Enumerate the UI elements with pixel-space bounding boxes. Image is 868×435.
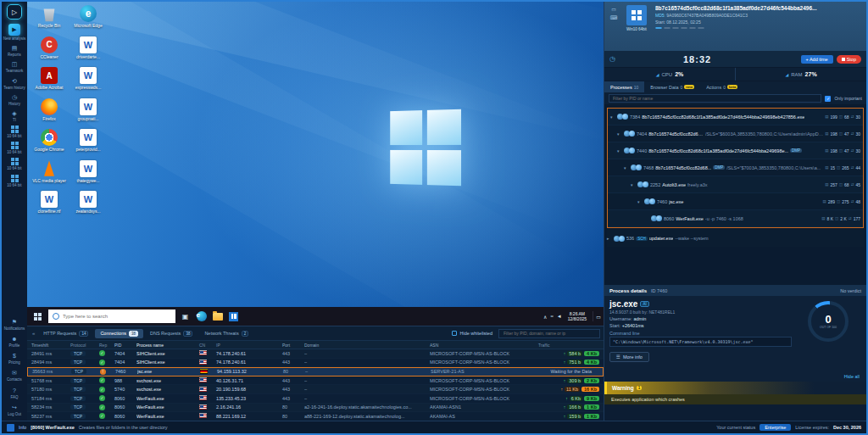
desktop-icon-zealandsys[interactable]: W zealandsys...	[71, 191, 105, 215]
expand-caret-icon[interactable]: ▾	[617, 131, 622, 137]
col-cn[interactable]: CN	[199, 343, 216, 348]
sidebar-item-new-analysis[interactable]: ▶ New analysis	[2, 22, 27, 42]
col-ip[interactable]: IP	[216, 343, 282, 348]
taskbar-search[interactable]	[48, 310, 175, 323]
process-row[interactable]: ▾ 8060 WerFault.exe -u -p 7460 -s 1068 ▤…	[608, 210, 863, 227]
tab-browser-data[interactable]: Browser Data 0 new	[644, 81, 700, 92]
sidebar-item-notifications[interactable]: ⚑ Notifications	[2, 316, 27, 332]
sidebar-item-10-64-bit[interactable]: 10 64 bit	[2, 173, 27, 189]
plan-badge[interactable]: Enterprise	[760, 424, 791, 431]
screen-icon[interactable]: ▭	[611, 6, 616, 12]
sidebar-item-history[interactable]: ◷ History	[2, 92, 27, 108]
system-tray[interactable]: ∧ ≈ ◄	[543, 314, 562, 320]
tag-delphi[interactable]	[689, 27, 696, 29]
col-asn[interactable]: ASN	[430, 343, 538, 348]
hide-whitelisted-toggle[interactable]: Hide whitelisted	[452, 331, 492, 336]
tag-cashtrader[interactable]	[664, 27, 670, 29]
desktop-icon-clonefline-rtf[interactable]: W clonefline.rtf	[32, 191, 66, 215]
edge-taskbar-icon[interactable]: e	[195, 310, 208, 323]
col-traffic[interactable]: Traffic	[538, 343, 599, 348]
file-explorer-icon[interactable]	[211, 310, 224, 323]
keyboard-icon[interactable]: ⌨	[610, 14, 618, 20]
sidebar-item-10-64-bit[interactable]: 10 64 bit	[2, 124, 27, 140]
desktop-icon-peterprovid[interactable]: W peterprovid...	[71, 129, 105, 153]
tag-autoit[interactable]	[698, 27, 704, 29]
search-input[interactable]	[63, 314, 156, 319]
stop-button[interactable]: Stop	[837, 55, 861, 64]
sidebar-item-log-out[interactable]: ↪ Log Out	[2, 402, 27, 418]
desktop-icon-expresswds[interactable]: W expresswds...	[71, 67, 105, 91]
sidebar-item-contacts[interactable]: ✉ Contacts	[2, 367, 27, 383]
warning-item[interactable]: Executes application which crashes	[604, 394, 866, 404]
volume-tray-icon[interactable]: ◄	[557, 314, 562, 319]
expand-caret-icon[interactable]: ▾	[624, 165, 629, 170]
desktop-icon-adobe-acrobat[interactable]: A Adobe Acrobat	[32, 67, 66, 91]
network-tab-http-requests[interactable]: HTTP Requests 14	[38, 329, 93, 338]
tag-installer[interactable]	[681, 27, 687, 29]
connection-row[interactable]: 57180 ms TCP ✓ 5740 svchost.exe 20.190.1…	[27, 385, 604, 394]
network-tab-network-threats[interactable]: Network Threats 2	[199, 329, 253, 338]
sidebar-item-teamwork[interactable]: ◫ Teamwork	[2, 59, 27, 75]
tab-processes[interactable]: Processes 10	[604, 81, 644, 92]
tag-ims[interactable]	[672, 27, 679, 29]
process-row[interactable]: ▾ 7384 8b7c16574d5cf0cc82d68c1f1a385adf0…	[608, 109, 863, 125]
process-row[interactable]: ▾ 2252 AutoIt3.exe freely.a3x ▤257 ◫68 ⇄…	[608, 176, 863, 193]
tag-auto[interactable]	[655, 27, 662, 29]
connection-row[interactable]: 35663 ms TCP ! 7460 jsc.exe 94.159.113.3…	[27, 367, 604, 376]
add-time-button[interactable]: + Add time	[801, 55, 833, 64]
network-filter-input[interactable]	[498, 329, 600, 338]
desktop-icon-recycle-bin[interactable]: Recycle Bin	[32, 5, 66, 29]
desktop-icon-microsoft-edge[interactable]: e Microsoft Edge	[71, 5, 105, 29]
action-center-icon[interactable]: ▭	[593, 311, 601, 321]
expand-caret-icon[interactable]: ▾	[610, 114, 615, 120]
collapse-panel-icon[interactable]: «	[31, 331, 36, 336]
sidebar-item-team-history[interactable]: ⟲ Team history	[2, 75, 27, 92]
desktop-icon-ccleaner[interactable]: C CCleaner	[32, 36, 66, 60]
desktop-icon-groupnati[interactable]: W groupnati...	[71, 98, 105, 122]
process-row[interactable]: ▾ 7460 jsc.exe ▤289 ◫275 ⇄48	[608, 193, 863, 210]
store-icon[interactable]	[227, 310, 240, 323]
hide-all-link[interactable]: Hide all	[604, 374, 866, 382]
process-filter-input[interactable]	[609, 94, 821, 103]
sidebar-item-reports[interactable]: ▤ Reports	[2, 42, 27, 59]
desktop-icon-vlc-media-player[interactable]: VLC media player	[32, 160, 66, 184]
col-rep[interactable]: Rep	[99, 343, 114, 348]
ai-badge[interactable]: AI	[640, 301, 648, 307]
start-button[interactable]	[30, 309, 45, 324]
col-domain[interactable]: Domain	[304, 343, 430, 348]
connection-row[interactable]: 58234 ms TCP ✓ 8060 WerFault.exe 2.16.24…	[27, 404, 604, 413]
more-info-button[interactable]: ☰More info	[609, 352, 649, 362]
process-row[interactable]: ▾ 7404 8b7c16574d5cf0cc82d68... /SLS="$6…	[608, 125, 863, 142]
tab-actions[interactable]: Actions 0 beta	[700, 81, 743, 92]
connection-row[interactable]: 51768 ms TCP ✓ 988 svchost.exe 40.126.31…	[27, 376, 604, 386]
sidebar-item-ti[interactable]: ◈ TI	[2, 108, 27, 124]
connection-row[interactable]: 28491 ms TCP ✓ 7404 SIHClient.exe 74.178…	[27, 349, 604, 359]
network-tab-dns-requests[interactable]: DNS Requests 38	[145, 329, 198, 338]
anyrun-logo-icon[interactable]: ▷	[7, 4, 22, 20]
desktop-icon-google-chrome[interactable]: Google Chrome	[32, 129, 66, 153]
col-port[interactable]: Port	[282, 343, 304, 348]
process-row[interactable]: ▾ 7468 8b7c16574d5cf0cc82d68... DMP /SLS…	[608, 159, 863, 176]
hide-whitelisted-checkbox[interactable]	[452, 331, 457, 336]
cmdline-value[interactable]: "C:\Windows\Microsoft.NET\Framework\v4.0…	[609, 337, 792, 347]
desktop[interactable]: Recycle Bin C CCleaner A Adobe Acrobat F…	[27, 2, 604, 307]
process-row[interactable]: ▾ 7440 8b7c16574d5cf0cc82d68c1f1a385adf0…	[608, 142, 863, 159]
expand-caret-icon[interactable]: ▾	[631, 182, 636, 187]
connection-row[interactable]: 28494 ms TCP ✓ 7404 SIHClient.exe 74.178…	[27, 359, 604, 368]
col-timeshift[interactable]: Timeshift	[31, 343, 70, 348]
connection-row[interactable]: 57184 ms TCP ✓ 8060 WerFault.exe 135.233…	[27, 394, 604, 404]
network-tray-icon[interactable]: ≈	[551, 314, 554, 319]
desktop-icon-thategywe[interactable]: W thategywe...	[71, 160, 105, 184]
sidebar-item-10-64-bit[interactable]: 10 64 bit	[2, 156, 27, 172]
taskbar-clock[interactable]: 8:26 AM 12/8/2025	[565, 311, 589, 321]
only-important-checkbox[interactable]: ✓	[825, 96, 831, 102]
sidebar-item-profile[interactable]: ☻ Profile	[2, 333, 27, 349]
sidebar-item-faq[interactable]: ? FAQ	[2, 385, 27, 401]
sidebar-item-10-64-bit[interactable]: 10 64 bit	[2, 140, 27, 156]
col-protocol[interactable]: Protocol	[70, 343, 99, 348]
desktop-icon-driverdarte[interactable]: W driverdarte...	[71, 36, 105, 60]
sidebar-item-pricing[interactable]: $ Pricing	[2, 350, 27, 366]
updater-process-row[interactable]: ▸ 536 SCH updater.exe --wake --system	[607, 230, 864, 247]
task-view-icon[interactable]: ▣	[179, 310, 192, 323]
desktop-icon-firefox[interactable]: Firefox	[32, 98, 66, 122]
